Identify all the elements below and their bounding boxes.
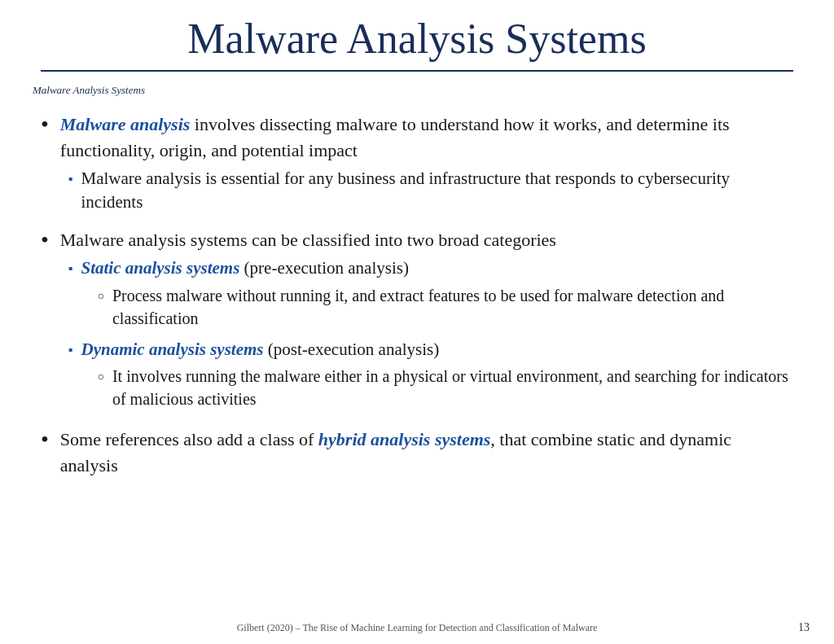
- circle-item-1: ○ Process malware without running it, an…: [97, 284, 793, 330]
- bullet-dot-3: •: [41, 423, 49, 457]
- circle-text-2: It involves running the malware either i…: [112, 365, 793, 410]
- footer: Gilbert (2020) – The Rise of Machine Lea…: [0, 622, 834, 634]
- slide-title: Malware Analysis Systems: [33, 15, 801, 64]
- bullet-dot-2: •: [41, 224, 49, 257]
- bullet-dot-1: •: [41, 108, 49, 142]
- sub-bullet-1-1: ▪: [68, 170, 73, 188]
- sub-list-item-2-2: ▪ Dynamic analysis systems (post-executi…: [68, 338, 793, 414]
- circle-bullet-1: ○: [97, 288, 103, 304]
- slide-subtitle: Malware Analysis Systems: [0, 80, 834, 97]
- circle-item-2: ○ It involves running the malware either…: [97, 365, 793, 410]
- main-list: • Malware analysis involves dissecting m…: [41, 112, 793, 479]
- sub-list-item-1-1: ▪ Malware analysis is essential for any …: [68, 167, 793, 215]
- sub-content-2-2: Dynamic analysis systems (post-execution…: [81, 338, 793, 414]
- dynamic-analysis-highlight: Dynamic analysis systems: [81, 340, 263, 359]
- circle-bullet-2: ○: [97, 369, 103, 385]
- list-item-2: • Malware analysis systems can be classi…: [41, 227, 793, 418]
- slide: Malware Analysis Systems Malware Analysi…: [0, 0, 834, 644]
- li-content-1: Malware analysis involves dissecting mal…: [60, 112, 793, 220]
- list-item-3: • Some references also add a class of hy…: [41, 427, 793, 479]
- li-content-2: Malware analysis systems can be classifi…: [60, 227, 793, 418]
- sub-list-2: ▪ Static analysis systems (pre-execution…: [68, 256, 793, 414]
- footer-text: Gilbert (2020) – The Rise of Machine Lea…: [237, 622, 598, 634]
- sub-content-1-1: Malware analysis is essential for any bu…: [81, 167, 793, 215]
- circle-list-2: ○ It involves running the malware either…: [97, 365, 793, 410]
- bullet2-text: Malware analysis systems can be classifi…: [60, 230, 556, 250]
- content-area: • Malware analysis involves dissecting m…: [0, 97, 834, 495]
- li-content-3: Some references also add a class of hybr…: [60, 427, 793, 479]
- bullet3-text-before: Some references also add a class of: [60, 429, 318, 449]
- header-section: Malware Analysis Systems: [0, 0, 834, 80]
- static-analysis-text: (pre-execution analysis): [239, 258, 409, 278]
- static-analysis-highlight: Static analysis systems: [81, 258, 239, 278]
- circle-text-1: Process malware without running it, and …: [112, 284, 793, 330]
- sub-bullet-2-2: ▪: [68, 341, 73, 359]
- sub-list-1: ▪ Malware analysis is essential for any …: [68, 167, 793, 215]
- header-divider: [41, 70, 793, 72]
- sub-list-item-2-1: ▪ Static analysis systems (pre-execution…: [68, 256, 793, 332]
- list-item-1: • Malware analysis involves dissecting m…: [41, 112, 793, 220]
- hybrid-analysis-highlight: hybrid analysis systems: [318, 429, 490, 449]
- page-number: 13: [798, 621, 810, 634]
- malware-analysis-highlight: Malware analysis: [60, 114, 191, 134]
- circle-list-1: ○ Process malware without running it, an…: [97, 284, 793, 330]
- sub-bullet-2-1: ▪: [68, 260, 73, 278]
- dynamic-analysis-text: (post-execution analysis): [263, 340, 439, 359]
- sub-content-2-1: Static analysis systems (pre-execution a…: [81, 256, 793, 332]
